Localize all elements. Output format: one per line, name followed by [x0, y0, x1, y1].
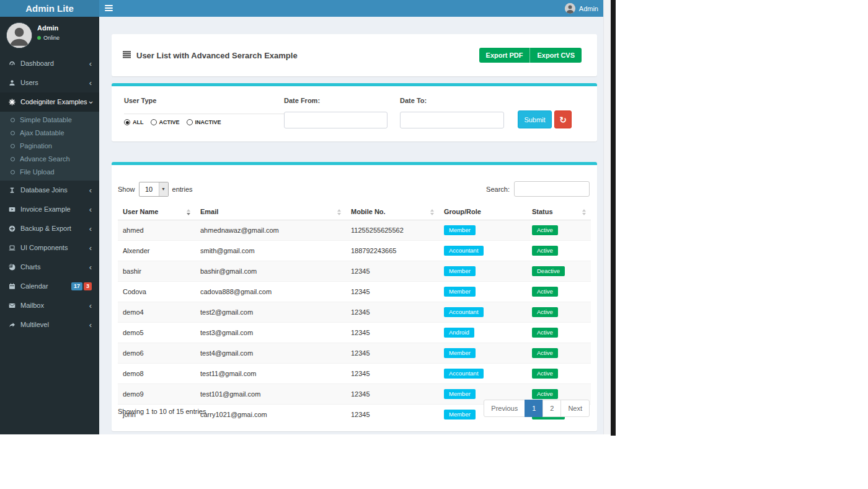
cell-mobile: 12345 [346, 364, 439, 384]
sidebar-item-label: Invoice Example [20, 205, 71, 213]
user-type-radio-active[interactable]: ACTIVE [151, 119, 180, 125]
submenu-item-file-upload[interactable]: File Upload [0, 166, 99, 179]
cell-email: ahmednawaz@gmail.com [195, 220, 346, 241]
sidebar-toggle-button[interactable] [105, 5, 113, 12]
submenu-item-simple-datatable[interactable]: Simple Datatable [0, 114, 99, 127]
pagination-2[interactable]: 2 [542, 400, 561, 417]
submit-button[interactable]: Submit [518, 110, 552, 128]
role-badge: Accountant [444, 246, 484, 256]
cell-role: Member [439, 343, 527, 364]
sidebar-item-charts[interactable]: Charts‹ [0, 258, 99, 277]
chevron-left-icon: ‹ [89, 207, 92, 213]
text-height-icon [9, 187, 20, 194]
user-type-label: User Type [124, 97, 156, 104]
cell-role: Member [439, 261, 527, 282]
status-badge: Active [532, 225, 558, 235]
submenu-item-label: Pagination [20, 142, 52, 150]
submenu-item-advance-search[interactable]: Advance Search [0, 153, 99, 166]
filter-box: User Type ALLACTIVEINACTIVE Date From: D… [112, 83, 597, 141]
page-length-select[interactable]: 10 ▼ [139, 182, 169, 197]
column-header-mobile-no[interactable]: Mobile No. [346, 204, 439, 220]
pagination-1[interactable]: 1 [525, 400, 543, 417]
app-logo[interactable]: Admin Lite [0, 0, 99, 17]
column-header-user-name[interactable]: User Name [118, 204, 195, 220]
search-input[interactable] [514, 181, 590, 197]
role-badge: Member [444, 389, 476, 399]
column-header-email[interactable]: Email [195, 204, 346, 220]
table-row[interactable]: bashirbashir@gmail.com12345MemberDeactiv… [118, 261, 591, 282]
table-row[interactable]: demo4test2@gmail.com12345AccountantActiv… [118, 302, 591, 323]
list-icon [123, 51, 131, 60]
status-badge: Active [532, 369, 558, 379]
date-to-input[interactable] [400, 112, 504, 128]
cell-email: carry1021@gmai.com [195, 405, 346, 425]
user-type-radio-inactive[interactable]: INACTIVE [187, 119, 221, 125]
table-row[interactable]: Alxendersmith@gmail.com188792243665Accou… [118, 241, 591, 261]
cell-mobile: 12345 [346, 282, 439, 302]
user-type-radio-all[interactable]: ALL [124, 119, 144, 125]
sidebar-item-multilevel[interactable]: Multilevel‹ [0, 315, 99, 334]
pagination-next[interactable]: Next [560, 400, 590, 417]
table-row[interactable]: Codovacadova888@gmail.com12345MemberActi… [118, 282, 591, 302]
circle-o-icon [11, 144, 15, 148]
chevron-left-icon: ‹ [89, 226, 92, 232]
table-row[interactable]: demo6test4@gmail.com12345MemberActive [118, 343, 591, 364]
refresh-icon: ↻ [559, 115, 567, 125]
date-from-input[interactable] [284, 112, 388, 128]
submenu-item-pagination[interactable]: Pagination [0, 140, 99, 153]
online-status-label: Online [43, 35, 60, 41]
export-pdf-button[interactable]: Export PDF [479, 48, 530, 63]
navbar-user-menu[interactable]: Admin [565, 2, 598, 14]
sidebar-item-database-joins[interactable]: Database Joins‹ [0, 181, 99, 200]
role-badge: Accountant [444, 307, 484, 317]
sidebar-item-calendar[interactable]: Calendar173 [0, 277, 99, 296]
sort-icon [582, 209, 586, 215]
sidebar-item-codeigniter-examples[interactable]: Codeigniter Examples‹ [0, 92, 99, 112]
sidebar-menu: Dashboard‹Users‹Codeigniter Examples‹Sim… [0, 54, 99, 334]
column-label: User Name [123, 208, 158, 215]
status-badge: Active [532, 328, 558, 338]
column-header-group-role[interactable]: Group/Role [439, 204, 527, 220]
cell-user-name: demo9 [118, 384, 195, 405]
refresh-button[interactable]: ↻ [554, 110, 572, 128]
radio-label: ALL [133, 119, 144, 125]
chevron-left-icon: ‹ [89, 264, 92, 271]
page-length-value: 10 [140, 182, 159, 196]
circle-o-icon [11, 131, 15, 135]
vertical-scrollbar[interactable] [603, 0, 611, 434]
cell-status: Deactive [527, 261, 591, 282]
export-button-group: Export PDF Export CVS [479, 48, 582, 63]
calendar-icon [9, 283, 20, 290]
admin-app-window: Admin Lite Admin Admin Online Dashboard‹… [0, 0, 616, 436]
table-row[interactable]: demo8test11@gmail.com12345AccountantActi… [118, 364, 591, 384]
cell-role: Member [439, 282, 527, 302]
plus-circle-icon [9, 225, 20, 232]
cell-role: Android [439, 323, 527, 343]
sidebar-item-ui-components[interactable]: UI Components‹ [0, 238, 99, 258]
column-header-status[interactable]: Status [527, 204, 591, 220]
cell-email: test2@gmail.com [195, 302, 346, 323]
sidebar-item-backup-export[interactable]: Backup & Export‹ [0, 219, 99, 238]
export-cvs-button[interactable]: Export CVS [529, 48, 582, 63]
table-row[interactable]: demo5test3@gmail.com12345AndroidActive [118, 323, 591, 343]
radio-label: ACTIVE [159, 119, 180, 125]
submenu-item-ajax-datatable[interactable]: Ajax Datatable [0, 127, 99, 140]
sidebar-item-label: Dashboard [20, 60, 54, 68]
table-row[interactable]: ahmedahmednawaz@gmail.com11255255625562M… [118, 220, 591, 241]
column-label: Mobile No. [351, 208, 386, 215]
cell-mobile: 12345 [346, 302, 439, 323]
sidebar-item-dashboard[interactable]: Dashboard‹ [0, 54, 99, 73]
role-badge: Member [444, 287, 476, 297]
sidebar-item-mailbox[interactable]: Mailbox‹ [0, 296, 99, 315]
sidebar-item-users[interactable]: Users‹ [0, 73, 99, 92]
pagination-previous[interactable]: Previous [484, 400, 525, 417]
top-navbar: Admin [99, 0, 603, 17]
status-badge: Deactive [532, 266, 565, 276]
chevron-left-icon: ‹ [89, 80, 92, 86]
chevron-left-icon: ‹ [89, 303, 92, 309]
sidebar-item-invoice-example[interactable]: Invoice Example‹ [0, 200, 99, 219]
date-from-label: Date From: [284, 97, 320, 104]
cell-user-name: Codova [118, 282, 195, 302]
submenu-item-label: File Upload [20, 168, 55, 176]
cell-status: Active [527, 220, 591, 241]
